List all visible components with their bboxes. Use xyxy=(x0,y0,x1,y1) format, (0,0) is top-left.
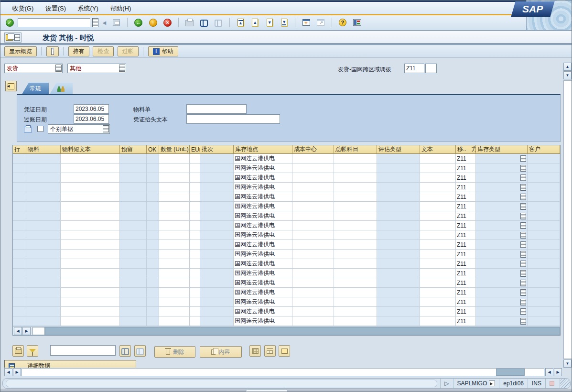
vscroll-bottom-button[interactable]: ▼ xyxy=(563,359,572,368)
cell-reservation[interactable] xyxy=(120,183,147,192)
cell-stock_type[interactable] xyxy=(476,278,528,288)
cell-ok[interactable] xyxy=(147,183,159,192)
menu-goods-receipt[interactable]: 收货(G) xyxy=(7,2,38,13)
cell-gl_account[interactable] xyxy=(334,297,377,307)
cell-short_text[interactable] xyxy=(61,154,120,163)
cell-short_text[interactable] xyxy=(61,211,120,221)
cell-short_text[interactable] xyxy=(61,269,120,278)
cell-cost_center[interactable] xyxy=(292,278,334,288)
command-field[interactable] xyxy=(18,18,90,27)
cell-material[interactable] xyxy=(26,250,61,259)
detail-data-button[interactable]: 详细数据 xyxy=(4,360,136,368)
stock-type-dropdown-icon[interactable] xyxy=(520,270,526,277)
stock-type-dropdown-icon[interactable] xyxy=(520,232,526,239)
cell-material[interactable] xyxy=(26,221,61,230)
cell-ok[interactable] xyxy=(147,259,159,269)
cell-cost_center[interactable] xyxy=(292,316,334,326)
first-page-button[interactable]: ▲ xyxy=(235,17,246,28)
cell-movement_type[interactable]: Z11 xyxy=(456,221,470,230)
cell-stock_type[interactable] xyxy=(476,202,528,211)
cell-quantity[interactable] xyxy=(159,202,190,211)
cell-batch[interactable] xyxy=(200,297,234,307)
cell-stock_type[interactable] xyxy=(476,211,528,221)
vscroll-down-button[interactable]: ▼ xyxy=(563,71,572,79)
cell-short_text[interactable] xyxy=(61,278,120,288)
cell-gl_account[interactable] xyxy=(334,192,377,202)
cell-reservation[interactable] xyxy=(120,297,147,307)
cell-ok[interactable] xyxy=(147,278,159,288)
cell-batch[interactable] xyxy=(200,259,234,269)
cell-stock_type[interactable] xyxy=(476,192,528,202)
cell-quantity[interactable] xyxy=(159,316,190,326)
cell-line[interactable] xyxy=(13,240,26,250)
help-button[interactable]: ? xyxy=(337,17,348,28)
cell-material[interactable] xyxy=(26,259,61,269)
cell-valuation_type[interactable] xyxy=(377,211,420,221)
content-button[interactable]: 内容 xyxy=(200,346,242,358)
cell-storage_loc[interactable]: 国网连云港供电 xyxy=(234,278,292,288)
migo-help-button[interactable]: i帮助 xyxy=(148,46,178,56)
cell-ok[interactable] xyxy=(147,211,159,221)
item-print-button[interactable] xyxy=(12,345,24,357)
grid-col-eun[interactable]: EUn xyxy=(190,145,200,154)
vscroll-track[interactable] xyxy=(563,80,572,359)
doc-date-field[interactable]: 2023.06.05 xyxy=(74,104,109,114)
posting-date-field[interactable]: 2023.06.05 xyxy=(74,114,109,124)
detail-grid-button[interactable] xyxy=(249,345,261,357)
cell-cost_center[interactable] xyxy=(292,183,334,192)
grid-scroll-left-button[interactable]: ◀ xyxy=(14,327,22,335)
cell-text[interactable] xyxy=(420,240,456,250)
cell-dc[interactable] xyxy=(470,288,476,297)
cell-cost_center[interactable] xyxy=(292,230,334,240)
cell-storage_loc[interactable]: 国网连云港供电 xyxy=(234,183,292,192)
cell-cost_center[interactable] xyxy=(292,297,334,307)
cell-gl_account[interactable] xyxy=(334,211,377,221)
cell-line[interactable] xyxy=(13,278,26,288)
cell-material[interactable] xyxy=(26,269,61,278)
cell-storage_loc[interactable]: 国网连云港供电 xyxy=(234,316,292,326)
cell-ok[interactable] xyxy=(147,192,159,202)
cell-material[interactable] xyxy=(26,230,61,240)
cell-storage_loc[interactable]: 国网连云港供电 xyxy=(234,307,292,316)
cell-valuation_type[interactable] xyxy=(377,259,420,269)
hierarchy-button[interactable] xyxy=(264,345,276,357)
grid-col-reservation[interactable]: 预留 xyxy=(120,145,147,154)
cell-cost_center[interactable] xyxy=(292,240,334,250)
cell-quantity[interactable] xyxy=(159,250,190,259)
cell-quantity[interactable] xyxy=(159,211,190,221)
cell-gl_account[interactable] xyxy=(334,278,377,288)
cell-eun[interactable] xyxy=(190,173,200,183)
cell-material[interactable] xyxy=(26,297,61,307)
cell-gl_account[interactable] xyxy=(334,154,377,163)
grid-col-dc[interactable]: 方 xyxy=(470,145,476,154)
cell-dc[interactable] xyxy=(470,240,476,250)
cell-cost_center[interactable] xyxy=(292,221,334,230)
cell-customer[interactable] xyxy=(528,173,560,183)
cell-movement_type[interactable]: Z11 xyxy=(456,173,470,183)
cell-batch[interactable] xyxy=(200,269,234,278)
cell-stock_type[interactable] xyxy=(476,221,528,230)
cell-reservation[interactable] xyxy=(120,288,147,297)
cell-line[interactable] xyxy=(13,192,26,202)
cell-customer[interactable] xyxy=(528,259,560,269)
new-document-button[interactable] xyxy=(46,46,59,56)
cell-customer[interactable] xyxy=(528,278,560,288)
cell-valuation_type[interactable] xyxy=(377,154,420,163)
cell-customer[interactable] xyxy=(528,230,560,240)
cell-reservation[interactable] xyxy=(120,259,147,269)
hscroll-right-button-2[interactable]: ▶ xyxy=(554,368,562,376)
cell-text[interactable] xyxy=(420,278,456,288)
cell-customer[interactable] xyxy=(528,192,560,202)
cell-gl_account[interactable] xyxy=(334,221,377,230)
cell-quantity[interactable] xyxy=(159,288,190,297)
reference-dropdown-icon[interactable] xyxy=(119,65,125,72)
cell-cost_center[interactable] xyxy=(292,211,334,221)
cell-eun[interactable] xyxy=(190,259,200,269)
grid-col-ok[interactable]: OK xyxy=(147,145,159,154)
cell-ok[interactable] xyxy=(147,173,159,183)
cell-gl_account[interactable] xyxy=(334,316,377,326)
hold-button[interactable]: 持有 xyxy=(68,46,89,56)
cell-gl_account[interactable] xyxy=(334,269,377,278)
stock-type-dropdown-icon[interactable] xyxy=(520,203,526,210)
cell-cost_center[interactable] xyxy=(292,307,334,316)
